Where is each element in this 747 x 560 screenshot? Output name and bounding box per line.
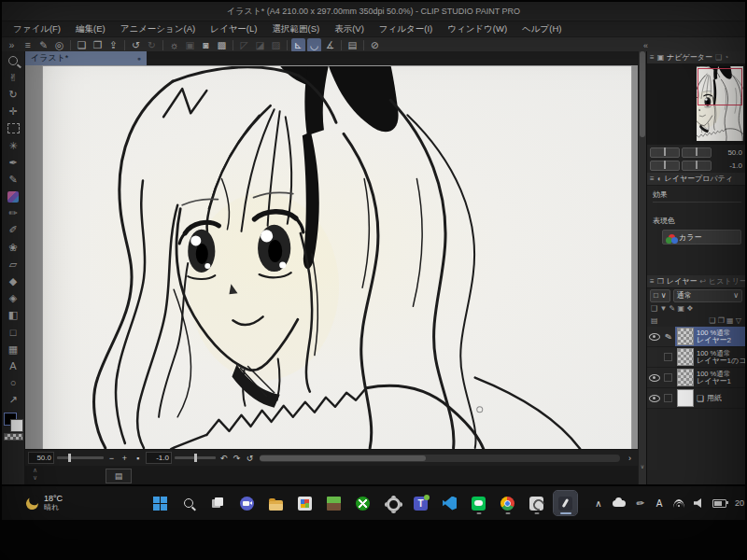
strip-down-arrow[interactable]: ∨ <box>33 474 37 482</box>
toolbar-collapse-icon[interactable]: « <box>643 41 648 50</box>
rotation-slider[interactable] <box>175 456 216 459</box>
tool-pen[interactable]: ✎ <box>4 171 22 188</box>
register-icon[interactable]: ◎ <box>52 38 66 52</box>
tool-eyedropper[interactable]: ✒ <box>4 154 22 171</box>
tool-text[interactable]: A <box>4 357 22 374</box>
redo-icon[interactable]: ↻ <box>145 38 159 52</box>
invert-selection-icon[interactable]: ◙ <box>199 38 213 52</box>
taskbar-store-icon[interactable] <box>293 491 317 515</box>
layer-row-2[interactable]: ✎ ❏ 100 %通常 レイヤー2 <box>647 327 745 347</box>
layer-thumbnail[interactable] <box>677 389 694 407</box>
tool-auto-select[interactable]: ✳ <box>4 137 22 154</box>
deselect-icon[interactable]: ▣ <box>183 38 197 52</box>
menu-layer[interactable]: レイヤー(L) <box>203 21 264 36</box>
layer-visibility-icon[interactable] <box>649 374 660 382</box>
background-color-swatch[interactable] <box>10 419 23 432</box>
tray-chevron-icon[interactable]: ∧ <box>593 498 604 509</box>
horizontal-scrollbar[interactable] <box>260 455 620 462</box>
tool-sub-color[interactable] <box>4 189 22 205</box>
tool-frame[interactable]: ▦ <box>4 341 22 357</box>
tool-hand[interactable]: ✌ <box>4 69 22 86</box>
layer-thumbnail[interactable] <box>677 369 694 386</box>
help-icon[interactable]: ⊘ <box>368 38 382 52</box>
tool-blend[interactable]: ◆ <box>4 273 22 289</box>
taskbar-teams-icon[interactable] <box>409 491 432 515</box>
snap-angle-icon[interactable]: ∡ <box>323 38 337 52</box>
rotate-ccw-button[interactable]: ↶ <box>218 454 229 463</box>
tool-zoom[interactable] <box>4 52 22 69</box>
export-icon[interactable]: ⇪ <box>106 38 120 52</box>
weather-widget[interactable]: 18°C 晴れ <box>26 494 63 512</box>
menu-animation[interactable]: アニメーション(A) <box>113 21 204 36</box>
layer-checkbox[interactable] <box>664 394 672 402</box>
layer-thumbnail[interactable] <box>677 328 694 345</box>
taskbar-line-icon[interactable] <box>467 491 490 515</box>
menu-window[interactable]: ウィンドウ(W) <box>440 21 514 36</box>
taskbar-clock[interactable]: 20 <box>735 498 745 508</box>
panel-toggle-button[interactable]: ▤ <box>106 469 132 483</box>
history-tab[interactable]: ヒストリー <box>709 276 745 287</box>
main-menu-icon[interactable]: ≡ <box>21 38 35 52</box>
rotation-value[interactable]: -1.0 <box>146 452 172 464</box>
taskbar-explorer-icon[interactable] <box>264 491 288 515</box>
navigator-rotation-slider-a[interactable] <box>650 161 680 171</box>
menu-selection[interactable]: 選択範囲(S) <box>264 21 327 36</box>
taskbar-chat-icon[interactable] <box>235 491 259 515</box>
taskbar-clipstudio-icon[interactable] <box>525 491 548 515</box>
taskbar-chrome-icon[interactable] <box>496 491 519 515</box>
zoom-out-button[interactable]: − <box>106 454 117 463</box>
vertical-scrollbar[interactable]: ∨ <box>638 51 646 484</box>
navigator-zoom-slider-b[interactable] <box>682 147 712 158</box>
panel-menu-icon[interactable]: ≡ <box>650 53 655 62</box>
tool-fill[interactable]: ◈ <box>4 290 22 307</box>
tool-selection[interactable] <box>4 120 22 137</box>
tool-decoration[interactable]: ❀ <box>4 239 22 256</box>
layer-thumbnail[interactable] <box>677 348 694 366</box>
navigator-preview[interactable] <box>647 64 745 145</box>
open-file-icon[interactable]: ❐ <box>91 38 105 52</box>
new-file-icon[interactable]: ❏ <box>75 38 89 52</box>
tray-onedrive-icon[interactable] <box>613 500 626 507</box>
clear-icon[interactable]: ☼ <box>167 38 181 52</box>
tool-balloon[interactable]: ○ <box>4 375 22 392</box>
taskbar-csp-icon[interactable] <box>554 491 577 515</box>
menu-file[interactable]: ファイル(F) <box>6 21 68 36</box>
strip-up-arrow[interactable]: ∧ <box>33 467 37 474</box>
menu-filter[interactable]: フィルター(I) <box>372 21 440 36</box>
snap-ruler-icon[interactable]: ⊾ <box>291 38 305 52</box>
taskbar-taskview-button[interactable] <box>206 491 230 515</box>
layer-visibility-icon[interactable] <box>649 395 660 402</box>
scroll-down-arrow[interactable]: ∨ <box>639 463 646 469</box>
rotate-cw-button[interactable]: ↷ <box>232 454 242 463</box>
layer-visibility-icon[interactable] <box>649 333 660 341</box>
layer-checkbox[interactable] <box>664 373 672 382</box>
layer-property-title[interactable]: レイヤープロパティ <box>665 174 734 184</box>
tool-eraser[interactable]: ▱ <box>4 256 22 273</box>
layer-option-icon-row[interactable]: ❑ ▼ ✎ ▣ ❖ <box>651 304 693 313</box>
zoom-value[interactable]: 50.0 <box>28 452 54 464</box>
dock-panel-icon[interactable]: ▤ <box>345 38 359 52</box>
navigator-extra-icons[interactable]: ❏ ◔ <box>715 53 728 62</box>
layer-tab[interactable]: レイヤー <box>667 276 698 287</box>
layer-new-icons[interactable]: ❏ ❐ ▦ ▽ <box>709 316 741 325</box>
taskbar-vscode-icon[interactable] <box>438 491 461 515</box>
navigator-zoom-slider-a[interactable] <box>650 147 680 158</box>
layer-row-1[interactable]: ✎ ❏ 100 %通常 レイヤー1 <box>647 368 745 388</box>
tray-ime-icon[interactable]: A <box>654 498 665 509</box>
tool-line-correct[interactable]: ↗ <box>4 392 22 409</box>
canvas-page[interactable] <box>42 65 632 450</box>
menu-edit[interactable]: 編集(E) <box>68 21 113 36</box>
navigator-rotation-slider-b[interactable] <box>682 161 712 171</box>
blend-mode-dropdown[interactable]: 通常 ∨ <box>673 289 742 302</box>
tray-wifi-icon[interactable] <box>673 499 684 508</box>
tray-volume-icon[interactable] <box>693 498 704 508</box>
taskbar-search-button[interactable] <box>177 491 201 515</box>
navigator-view-rect[interactable] <box>698 68 742 105</box>
panel-menu-icon[interactable]: ≡ <box>650 277 655 286</box>
tray-pen-icon[interactable]: ✐ <box>634 498 645 509</box>
layer-row-paper[interactable]: ✎ ❏ 用紙 <box>647 388 745 409</box>
tool-rotate[interactable]: ↻ <box>4 86 22 103</box>
layer-drawer-icon[interactable]: ▤ <box>651 316 658 325</box>
menu-help[interactable]: ヘルプ(H) <box>514 21 569 36</box>
reset-view-button[interactable]: ↺ <box>245 454 255 463</box>
